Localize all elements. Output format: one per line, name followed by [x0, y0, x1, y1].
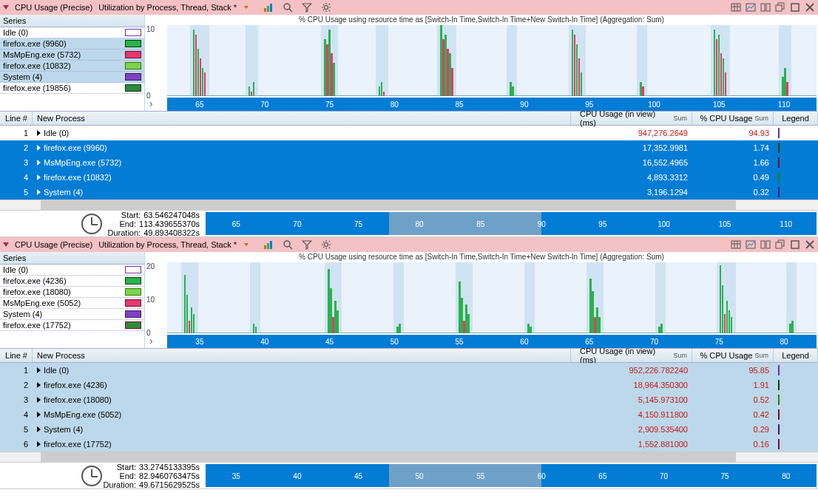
search-icon[interactable] [283, 239, 293, 250]
expand-tri-icon[interactable] [37, 426, 41, 432]
expand-tri-icon[interactable] [37, 174, 41, 180]
series-item[interactable]: firefox.exe (10832) [0, 61, 144, 72]
ruler-tick: 45 [354, 471, 362, 480]
collapse-caret-icon[interactable] [3, 242, 9, 247]
table-row[interactable]: 4 firefox.exe (10832) 4,893.3312 0.49 [0, 170, 818, 185]
close-icon[interactable] [805, 239, 815, 250]
series-item[interactable]: firefox.exe (4236) [0, 276, 144, 287]
expand-tri-icon[interactable] [37, 160, 41, 166]
duration-value: 49.6715629525s [139, 480, 200, 489]
table-row[interactable]: 2 firefox.exe (4236) 18,964.350300 1.91 [0, 378, 818, 392]
table-row[interactable]: 5 System (4) 3,196.1294 0.32 [0, 185, 818, 200]
cell-pct: 0.42 [692, 410, 774, 419]
x-tick: 55 [456, 338, 464, 346]
expand-tri-icon[interactable] [37, 412, 41, 418]
col-line[interactable]: Line # [0, 349, 33, 362]
series-item[interactable]: System (4) [0, 72, 144, 83]
x-axis[interactable]: 65707580859095100105110 [167, 98, 817, 111]
series-swatch [125, 84, 141, 92]
horizontal-scrollbar[interactable] [0, 200, 818, 210]
line-chart-icon[interactable] [746, 2, 756, 13]
filter-icon[interactable] [302, 2, 312, 13]
col-cpu[interactable]: CPU Usage (in view) (ms) Sum [575, 349, 692, 362]
col-line[interactable]: Line # [0, 112, 33, 125]
table-row[interactable]: 2 firefox.exe (9960) 17,352.9981 1.74 [0, 140, 818, 155]
table-view-icon[interactable] [731, 2, 741, 13]
restore-icon[interactable] [775, 2, 785, 13]
series-item[interactable]: Idle (0) [0, 27, 144, 38]
svg-rect-30 [776, 242, 782, 248]
preset-dropdown-icon[interactable] [244, 6, 249, 9]
expand-tri-icon[interactable] [37, 130, 41, 136]
series-item[interactable]: firefox.exe (18080) [0, 287, 144, 298]
collapse-caret-icon[interactable] [3, 5, 9, 10]
table-row[interactable]: 1 Idle (0) 947,276.2649 94.93 [0, 126, 818, 140]
expand-tri-icon[interactable] [37, 189, 41, 195]
expand-tri-icon[interactable] [37, 382, 41, 388]
chart-type-icon[interactable] [263, 2, 274, 13]
cell-cpu: 4,893.3312 [575, 173, 692, 182]
col-legend[interactable]: Legend [774, 112, 818, 125]
time-ruler[interactable]: 65707580859095100105110 [206, 212, 817, 235]
maximize-icon[interactable] [790, 2, 800, 13]
expand-arrow-icon[interactable]: › [149, 335, 153, 347]
col-cpu[interactable]: CPU Usage (in view) (ms) Sum [575, 112, 692, 125]
table-row[interactable]: 1 Idle (0) 952,226.782240 95.85 [0, 363, 818, 378]
series-item[interactable]: MsMpEng.exe (5052) [0, 298, 144, 309]
gear-icon[interactable] [321, 2, 331, 13]
svg-rect-18 [270, 241, 272, 249]
horizontal-scrollbar[interactable] [0, 452, 818, 462]
expand-tri-icon[interactable] [37, 441, 41, 447]
col-pct[interactable]: % CPU Usage Sum [692, 349, 774, 362]
table-row[interactable]: 3 firefox.exe (18080) 5,145.973100 0.52 [0, 392, 818, 407]
expand-tri-icon[interactable] [37, 367, 41, 373]
preset-dropdown-icon[interactable] [244, 243, 249, 246]
cell-line: 2 [0, 381, 33, 389]
panel-subtitle[interactable]: Utilization by Process, Thread, Stack * [98, 240, 237, 249]
series-item[interactable]: firefox.exe (19856) [0, 83, 144, 94]
cell-process: MsMpEng.exe (5052) [33, 410, 571, 419]
gear-icon[interactable] [321, 239, 331, 250]
chart-type-icon[interactable] [263, 239, 274, 250]
cell-pct: 0.29 [692, 425, 774, 434]
table-row[interactable]: 5 System (4) 2,909.535400 0.29 [0, 422, 818, 437]
chart-area[interactable]: % CPU Usage using resource time as [Swit… [145, 15, 818, 111]
search-icon[interactable] [283, 2, 293, 13]
series-item[interactable]: firefox.exe (9960) [0, 38, 144, 50]
series-item[interactable]: Idle (0) [0, 265, 144, 276]
filter-icon[interactable] [302, 239, 312, 250]
series-item[interactable]: System (4) [0, 309, 144, 320]
close-icon[interactable] [805, 2, 815, 13]
table-view-icon[interactable] [731, 239, 741, 250]
time-ruler[interactable]: 35404550556065707580 [206, 464, 817, 487]
y-tick: 20 [146, 262, 155, 270]
expand-tri-icon[interactable] [37, 145, 41, 151]
maximize-icon[interactable] [790, 239, 800, 250]
table-row[interactable]: 3 MsMpEng.exe (5732) 16,552.4965 1.66 [0, 155, 818, 170]
series-item[interactable]: MsMpEng.exe (5732) [0, 50, 144, 61]
chart-canvas[interactable] [167, 25, 817, 96]
line-chart-icon[interactable] [746, 239, 756, 250]
panel-subtitle[interactable]: Utilization by Process, Thread, Stack * [98, 3, 237, 12]
chart-area[interactable]: % CPU Usage using resource time as [Swit… [145, 252, 818, 348]
table-row[interactable]: 4 MsMpEng.exe (5052) 4,150.911800 0.42 [0, 407, 818, 422]
col-process[interactable]: New Process [33, 112, 571, 125]
x-tick: 65 [585, 338, 593, 346]
cell-process: MsMpEng.exe (5732) [33, 158, 571, 167]
svg-point-19 [284, 241, 290, 247]
expand-tri-icon[interactable] [37, 397, 41, 403]
chart-canvas[interactable] [167, 262, 817, 333]
x-axis[interactable]: 35404550556065707580 [167, 335, 817, 348]
split-view-icon[interactable] [760, 239, 771, 250]
split-view-icon[interactable] [760, 2, 771, 13]
col-legend[interactable]: Legend [774, 349, 818, 362]
expand-arrow-icon[interactable]: › [149, 98, 153, 109]
restore-icon[interactable] [775, 239, 785, 250]
col-pct[interactable]: % CPU Usage Sum [692, 112, 774, 125]
cell-pct: 1.91 [692, 381, 774, 389]
panel-title: CPU Usage (Precise) [15, 240, 92, 249]
table-row[interactable]: 6 firefox.exe (17752) 1,552.881000 0.16 [0, 437, 818, 452]
col-process[interactable]: New Process [33, 349, 571, 362]
cell-pct: 95.85 [692, 366, 774, 375]
series-item[interactable]: firefox.exe (17752) [0, 320, 144, 331]
